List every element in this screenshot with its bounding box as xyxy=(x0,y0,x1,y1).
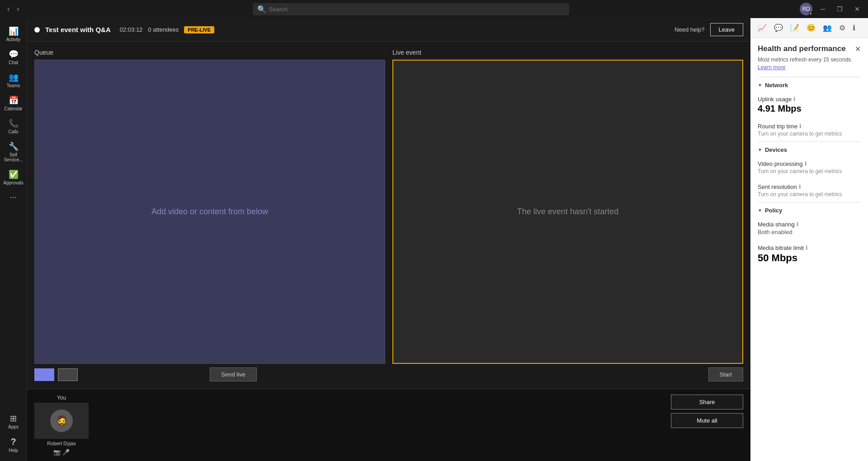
event-timer: 02:03:12 xyxy=(120,26,143,33)
thumb-button-2[interactable] xyxy=(58,368,78,381)
network-section-header[interactable]: ▼ Network xyxy=(750,77,868,91)
roundtrip-label: Round trip time ℹ xyxy=(758,123,861,130)
stage-top: Queue Add video or content from below Se… xyxy=(34,49,743,381)
participant-avatar: 🧔 xyxy=(50,409,73,432)
queue-canvas: Add video or content from below xyxy=(34,60,385,364)
bottom-area: You 🧔 Robert Dyjas 📷 🎤 Share Mute all xyxy=(27,389,750,461)
sent-res-info-icon: ℹ xyxy=(799,183,801,190)
title-bar-left: ‹ › xyxy=(5,3,22,15)
live-placeholder: The live event hasn't started xyxy=(517,207,619,216)
media-sharing-value: Both enabled xyxy=(758,229,861,235)
qa-icon-btn[interactable]: 📝 xyxy=(788,22,802,34)
sidebar-item-selfservice[interactable]: 🔧 Self Service... xyxy=(0,138,27,166)
calls-icon: 📞 xyxy=(9,118,19,128)
leave-button[interactable]: Leave xyxy=(710,23,743,36)
restore-button[interactable]: ❐ xyxy=(833,5,846,14)
media-bitrate-row: Media bitrate limit ℹ 50 Mbps xyxy=(750,240,868,268)
live-controls: Start xyxy=(392,367,743,381)
event-title: Test event with Q&A xyxy=(45,26,111,33)
panel-close-button[interactable]: ✕ xyxy=(855,45,861,53)
analytics-icon-btn[interactable]: 📈 xyxy=(755,22,769,34)
sidebar-item-approvals[interactable]: ✅ Approvals xyxy=(0,166,27,189)
chat-bubble-icon-btn[interactable]: 💬 xyxy=(771,22,786,34)
participant-icons: 📷 🎤 xyxy=(53,449,70,456)
search-bar[interactable]: 🔍 xyxy=(253,3,569,15)
uplink-row: Uplink usage ℹ 4.91 Mbps xyxy=(750,91,868,118)
media-bitrate-value: 50 Mbps xyxy=(758,252,861,264)
uplink-label-text: Uplink usage xyxy=(758,96,792,103)
video-proc-row: Video processing ℹ Turn on your camera t… xyxy=(750,156,868,179)
sidebar-teams-label: Teams xyxy=(7,83,20,88)
learn-more-link[interactable]: Learn more xyxy=(758,64,785,71)
uplink-info-icon: ℹ xyxy=(793,96,796,102)
emoji-icon-btn[interactable]: 😊 xyxy=(804,22,818,34)
info-icon-btn[interactable]: ℹ xyxy=(850,22,858,34)
sidebar-item-more[interactable]: ··· xyxy=(0,189,27,206)
start-button[interactable]: Start xyxy=(708,367,743,381)
panel-header: Health and performance ✕ xyxy=(750,38,868,56)
roundtrip-note: Turn on your camera to get metrics xyxy=(758,131,861,137)
event-bar: Test event with Q&A 02:03:12 0 attendees… xyxy=(27,18,750,42)
content-area: Test event with Q&A 02:03:12 0 attendees… xyxy=(27,18,750,461)
policy-chevron: ▼ xyxy=(758,208,762,213)
mute-all-button[interactable]: Mute all xyxy=(671,413,743,428)
network-section-label: Network xyxy=(765,82,788,89)
forward-button[interactable]: › xyxy=(14,3,22,15)
participant-video: 🧔 xyxy=(34,403,89,439)
sidebar: 📊 Activity 💬 Chat 👥 Teams 📅 Calendar 📞 C… xyxy=(0,18,27,461)
sidebar-selfservice-label: Self Service... xyxy=(2,152,25,162)
minimize-button[interactable]: ─ xyxy=(817,5,829,14)
people-icon-btn[interactable]: 👥 xyxy=(820,22,835,34)
apps-icon: ⊞ xyxy=(10,414,17,423)
teams-icon: 👥 xyxy=(9,72,19,82)
back-button[interactable]: ‹ xyxy=(5,3,12,15)
video-proc-label: Video processing ℹ xyxy=(758,160,861,167)
need-help-text: Need help? xyxy=(675,26,705,33)
sidebar-item-calendar[interactable]: 📅 Calendar xyxy=(0,92,27,115)
bottom-right-controls: Share Mute all xyxy=(671,395,743,428)
sent-res-label-text: Sent resolution xyxy=(758,183,797,190)
media-sharing-label: Media sharing ℹ xyxy=(758,221,861,228)
thumb-button-1[interactable] xyxy=(34,368,54,381)
sidebar-item-help[interactable]: ? Help xyxy=(0,433,27,456)
chat-icon: 💬 xyxy=(9,49,19,59)
sent-res-row: Sent resolution ℹ Turn on your camera to… xyxy=(750,179,868,202)
pre-live-badge: PRE-LIVE xyxy=(184,26,214,33)
camera-off-icon: 📷 xyxy=(53,449,61,456)
queue-placeholder: Add video or content from below xyxy=(151,207,268,216)
sidebar-item-activity[interactable]: 📊 Activity xyxy=(0,23,27,46)
sidebar-item-teams[interactable]: 👥 Teams xyxy=(0,69,27,92)
selfservice-icon: 🔧 xyxy=(9,141,19,151)
more-icon: ··· xyxy=(10,193,17,202)
uplink-value: 4.91 Mbps xyxy=(758,103,861,114)
sidebar-item-label: Activity xyxy=(6,37,21,42)
network-chevron: ▼ xyxy=(758,83,762,88)
devices-section-header[interactable]: ▼ Devices xyxy=(750,142,868,156)
sidebar-item-chat[interactable]: 💬 Chat xyxy=(0,46,27,69)
title-bar: ‹ › 🔍 RD ─ ❐ ✕ xyxy=(0,0,868,18)
help-icon: ? xyxy=(10,437,16,447)
queue-section: Queue Add video or content from below Se… xyxy=(34,49,385,381)
settings-icon-btn[interactable]: ⚙ xyxy=(836,22,848,34)
sidebar-help-label: Help xyxy=(9,448,18,453)
search-input[interactable] xyxy=(269,6,565,13)
sidebar-chat-label: Chat xyxy=(9,60,18,65)
sidebar-item-calls[interactable]: 📞 Calls xyxy=(0,115,27,138)
stage: Queue Add video or content from below Se… xyxy=(27,42,750,389)
main-layout: 📊 Activity 💬 Chat 👥 Teams 📅 Calendar 📞 C… xyxy=(0,18,868,461)
policy-section-label: Policy xyxy=(765,207,782,214)
avatar[interactable]: RD xyxy=(800,3,812,15)
policy-section-header[interactable]: ▼ Policy xyxy=(750,202,868,216)
sidebar-apps-label: Apps xyxy=(8,424,19,429)
health-panel: 📈 💬 📝 😊 👥 ⚙ ℹ Health and performance ✕ M… xyxy=(750,18,868,461)
sidebar-item-apps[interactable]: ⊞ Apps xyxy=(0,410,27,433)
media-sharing-label-text: Media sharing xyxy=(758,221,795,228)
send-live-button[interactable]: Send live xyxy=(210,367,256,381)
share-button[interactable]: Share xyxy=(671,395,743,409)
panel-icons: 📈 💬 📝 😊 👥 ⚙ ℹ xyxy=(750,18,868,38)
uplink-label: Uplink usage ℹ xyxy=(758,96,861,103)
sent-res-label: Sent resolution ℹ xyxy=(758,183,861,190)
close-button[interactable]: ✕ xyxy=(851,5,863,14)
roundtrip-row: Round trip time ℹ Turn on your camera to… xyxy=(750,118,868,141)
event-dot xyxy=(34,27,40,33)
